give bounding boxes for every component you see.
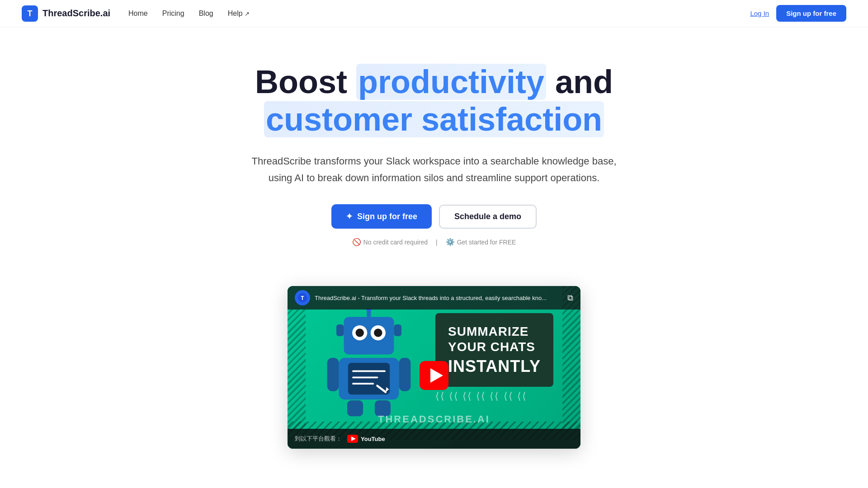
video-text-area: SUMMARIZE YOUR CHATS INSTANTLY ⟨⟨ ⟨⟨ ⟨⟨ … (435, 313, 553, 402)
hero-title-prefix: Boost (255, 64, 356, 100)
copy-icon[interactable]: ⧉ (567, 293, 573, 303)
svg-text:T: T (28, 9, 33, 18)
svg-point-6 (355, 329, 363, 337)
logo-icon: T (22, 5, 38, 22)
nav-left: T ThreadScribe.ai Home Pricing Blog Help… (22, 5, 250, 22)
summarize-line2: YOUR CHATS (448, 339, 541, 355)
signup-button-label: Sign up for free (357, 212, 417, 221)
svg-rect-22 (347, 400, 363, 416)
robot-illustration (324, 309, 414, 417)
yt-footer: 到以下平台觀看： YouTube (288, 429, 580, 449)
video-embed[interactable]: T ThreadScribe.ai - Transform your Slack… (288, 286, 580, 449)
video-thumbnail: T ThreadScribe.ai - Transform your Slack… (288, 286, 580, 449)
nav-home[interactable]: Home (128, 9, 148, 17)
free-icon: ⚙️ (446, 238, 455, 246)
chevrons-row: ⟨⟨ ⟨⟨ ⟨⟨ ⟨⟨ ⟨⟨ ⟨⟨ ⟨⟨ (435, 390, 553, 402)
yt-header: T ThreadScribe.ai - Transform your Slack… (288, 286, 580, 310)
hero-title-middle: and (546, 64, 613, 100)
hero-section: Boost productivity and customer satisfac… (163, 27, 705, 268)
no-cc-icon: 🚫 (352, 238, 361, 246)
nav-links: Home Pricing Blog Help ↗ (128, 9, 250, 18)
nav-pricing[interactable]: Pricing (162, 9, 184, 17)
ts-watermark: THREADSCRIBE.AI (378, 413, 490, 425)
logo-link[interactable]: T ThreadScribe.ai (22, 5, 110, 22)
hero-buttons: ✦ Sign up for free Schedule a demo (172, 204, 696, 229)
channel-avatar: T (295, 290, 310, 305)
youtube-icon (347, 435, 358, 443)
free-note: ⚙️ Get started for FREE (446, 238, 516, 246)
hero-title-highlight1: productivity (356, 64, 546, 100)
external-link-icon: ↗ (245, 10, 250, 17)
svg-rect-12 (394, 324, 401, 336)
signup-button[interactable]: ✦ Sign up for free (331, 204, 432, 229)
stripe-left (288, 310, 306, 429)
svg-text:T: T (301, 295, 304, 301)
svg-rect-21 (399, 358, 410, 391)
separator: | (436, 239, 438, 246)
yt-footer-text: 到以下平台觀看： (295, 435, 342, 443)
navigation: T ThreadScribe.ai Home Pricing Blog Help… (0, 0, 868, 27)
nav-signup-button[interactable]: Sign up for free (776, 5, 846, 22)
svg-rect-20 (327, 358, 339, 391)
yt-logo: YouTube (347, 435, 385, 443)
logo-text: ThreadScribe.ai (42, 8, 110, 19)
summarize-line3: INSTANTLY (448, 357, 541, 376)
svg-rect-4 (344, 317, 394, 355)
video-title: ThreadScribe.ai - Transform your Slack t… (315, 295, 563, 301)
nav-right: Log In Sign up for free (750, 5, 846, 22)
no-cc-note: 🚫 No credit card required (352, 238, 428, 246)
hero-title-highlight2: customer satisfaction (264, 101, 604, 137)
login-button[interactable]: Log In (750, 9, 769, 17)
watermark-label: T (378, 413, 385, 425)
free-label: Get started for FREE (457, 239, 516, 246)
nav-help[interactable]: Help ↗ (228, 9, 250, 17)
svg-point-8 (374, 329, 382, 337)
nav-blog[interactable]: Blog (199, 9, 213, 17)
hero-subtitle: ThreadScribe transforms your Slack works… (240, 153, 628, 187)
summarize-line1: SUMMARIZE (448, 324, 541, 339)
hero-note: 🚫 No credit card required | ⚙️ Get start… (172, 238, 696, 246)
summarize-box: SUMMARIZE YOUR CHATS INSTANTLY (435, 313, 553, 386)
svg-rect-11 (336, 324, 344, 336)
no-cc-label: No credit card required (363, 239, 428, 246)
hero-title: Boost productivity and customer satisfac… (172, 63, 696, 138)
youtube-label: YouTube (361, 436, 385, 442)
sparkle-icon: ✦ (346, 211, 353, 221)
demo-button[interactable]: Schedule a demo (439, 205, 537, 229)
play-button[interactable] (420, 361, 448, 390)
